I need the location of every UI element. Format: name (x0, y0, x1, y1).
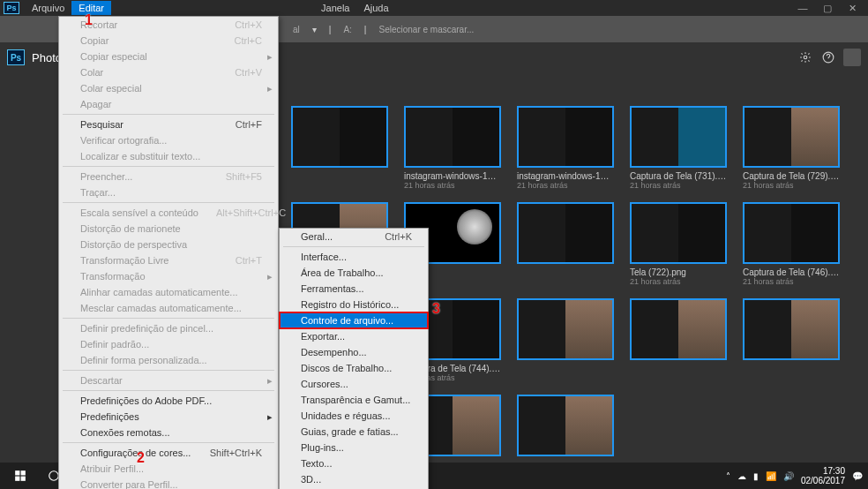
file-name: Captura de Tela (729).png (743, 171, 840, 181)
menu-separator (63, 370, 274, 371)
file-thumbnail (743, 202, 840, 264)
edit-menu-item: Copiar especial▸ (59, 49, 278, 64)
prefs-menu-item[interactable]: Texto... (280, 455, 428, 471)
prefs-menu-item[interactable]: Desempenho... (280, 344, 428, 360)
file-thumbnail (517, 106, 614, 168)
file-name: instagram-windows-10-pc-vi... (517, 171, 614, 181)
svg-rect-4 (15, 477, 19, 481)
avatar[interactable] (843, 49, 861, 66)
file-card[interactable] (743, 298, 840, 382)
file-name: Captura de Tela (731).png (630, 171, 727, 181)
file-card[interactable] (517, 202, 614, 286)
menu-separator (63, 202, 274, 203)
menu-item-label: Copiar especial (80, 51, 147, 62)
edit-menu-item: Converter para Perfil... (59, 477, 278, 489)
volume-icon[interactable]: 🔊 (783, 471, 794, 481)
prefs-menu-item[interactable]: Discos de Trabalho... (280, 360, 428, 376)
tray-up-icon[interactable]: ˄ (726, 471, 730, 481)
edit-dropdown: RecortarCtrl+XCopiarCtrl+CCopiar especia… (58, 16, 279, 489)
menu-item-label: Preencher... (80, 171, 132, 182)
menu-ajuda[interactable]: Ajuda (356, 1, 395, 15)
ps-logo-icon: Ps (4, 2, 19, 14)
submenu-arrow-icon: ▸ (267, 375, 273, 387)
edit-menu-item[interactable]: Conexões remotas... (59, 425, 278, 440)
network-icon[interactable]: 📶 (766, 471, 776, 481)
prefs-menu-item[interactable]: Interface... (280, 249, 428, 265)
menu-item-label: Mesclar camadas automaticamente... (80, 303, 242, 313)
edit-menu-item[interactable]: Configurações de cores...Shift+Ctrl+K (59, 445, 278, 461)
notifications-icon[interactable]: 💬 (852, 471, 863, 481)
edit-menu-item: Preencher...Shift+F5 (59, 169, 278, 184)
edit-menu-item[interactable]: Predefinições▸ (59, 409, 278, 425)
prefs-menu-item[interactable]: Plug-ins... (280, 440, 428, 455)
divider: | (364, 25, 367, 34)
edit-menu-item: Distorção de marionete (59, 221, 278, 237)
edit-menu-item: Escala sensível a conteúdoAlt+Shift+Ctrl… (59, 205, 278, 221)
prefs-menu-item[interactable]: Unidades e réguas... (280, 408, 428, 424)
menu-item-label: Controle de arquivo... (301, 315, 393, 326)
file-card[interactable]: instagram-windows-10-pc-vi...21 horas at… (404, 106, 501, 190)
file-time: 21 horas atrás (630, 181, 727, 190)
annotation-1: 1 (85, 12, 93, 28)
edit-menu-item: Apagar (59, 96, 278, 112)
edit-menu-item: ColarCtrl+V (59, 64, 278, 80)
file-card[interactable] (291, 106, 388, 190)
help-icon[interactable] (820, 49, 836, 65)
file-card[interactable]: Captura de Tela (731).png21 horas atrás (630, 106, 727, 190)
file-card[interactable] (630, 298, 727, 382)
onedrive-icon[interactable]: ☁ (737, 471, 746, 481)
menu-separator (63, 114, 274, 115)
prefs-menu-item[interactable]: Geral...Ctrl+K (280, 229, 428, 244)
submenu-arrow-icon: ▸ (267, 411, 273, 423)
battery-icon[interactable]: ▮ (753, 471, 759, 481)
prefs-menu-item[interactable]: Exportar... (280, 328, 428, 344)
menu-janela[interactable]: Janela (314, 1, 356, 15)
prefs-menu-item[interactable]: Área de Trabalho... (280, 265, 428, 281)
prefs-menu-item[interactable]: Guias, grade e fatias... (280, 424, 428, 440)
menu-item-label: Definir padrão... (80, 339, 149, 350)
prefs-menu-item[interactable]: Cursores... (280, 376, 428, 392)
gear-icon[interactable] (797, 49, 813, 65)
prefs-menu-item[interactable]: Registro do Histórico... (280, 297, 428, 312)
close-icon[interactable]: ✕ (840, 1, 864, 15)
edit-menu-item: Definir forma personalizada... (59, 352, 278, 368)
file-thumbnail (743, 298, 840, 360)
menu-item-label: Definir predefinição de pincel... (80, 323, 213, 334)
file-thumbnail (517, 395, 614, 456)
menu-item-label: Predefinições do Adobe PDF... (80, 395, 212, 406)
edit-menu-item[interactable]: Predefinições do Adobe PDF... (59, 393, 278, 409)
menu-item-label: Registro do Histórico... (301, 299, 399, 310)
edit-menu-item: Distorção de perspectiva (59, 237, 278, 252)
menu-item-label: Apagar (80, 99, 111, 109)
file-name: Captura de Tela (746).png (743, 267, 840, 277)
chevron-down-icon[interactable]: ▾ (312, 25, 317, 34)
file-card[interactable]: Captura de Tela (746).png21 horas atrás (743, 202, 840, 286)
file-card[interactable] (517, 395, 614, 460)
file-card[interactable]: Tela (722).png21 horas atrás (630, 202, 727, 286)
menu-item-label: Distorção de marionete (80, 223, 181, 234)
menu-item-label: Colar especial (80, 83, 142, 94)
file-card[interactable]: instagram-windows-10-pc-vi...21 horas at… (517, 106, 614, 190)
prefs-menu-item[interactable]: Ferramentas... (280, 281, 428, 297)
prefs-menu-item[interactable]: 3D... (280, 471, 428, 487)
file-card[interactable] (517, 298, 614, 382)
file-card[interactable]: Captura de Tela (729).png21 horas atrás (743, 106, 840, 190)
menu-item-label: Alinhar camadas automaticamente... (80, 287, 238, 297)
clock[interactable]: 17:30 02/06/2017 (801, 466, 845, 485)
option-label: al (293, 25, 300, 34)
start-icon[interactable] (5, 465, 35, 486)
system-tray: ˄ ☁ ▮ 📶 🔊 17:30 02/06/2017 💬 (726, 466, 863, 485)
minimize-icon[interactable]: — (790, 1, 815, 15)
menu-item-label: Conexões remotas... (80, 427, 170, 438)
edit-menu-item: Atribuir Perfil... (59, 461, 278, 477)
submenu-arrow-icon: ▸ (267, 83, 273, 94)
menu-arquivo[interactable]: Arquivo (25, 1, 71, 15)
edit-menu-item: Transformação LivreCtrl+T (59, 252, 278, 268)
select-mask-button[interactable]: Selecionar e mascarar... (378, 25, 474, 34)
maximize-icon[interactable]: ▢ (815, 1, 840, 15)
file-thumbnail (404, 106, 501, 168)
prefs-menu-item[interactable]: Transparência e Gamut... (280, 392, 428, 408)
menu-item-label: Copiar (80, 35, 108, 46)
prefs-menu-item[interactable]: Controle de arquivo... (280, 312, 428, 328)
edit-menu-item[interactable]: PesquisarCtrl+F (59, 117, 278, 132)
